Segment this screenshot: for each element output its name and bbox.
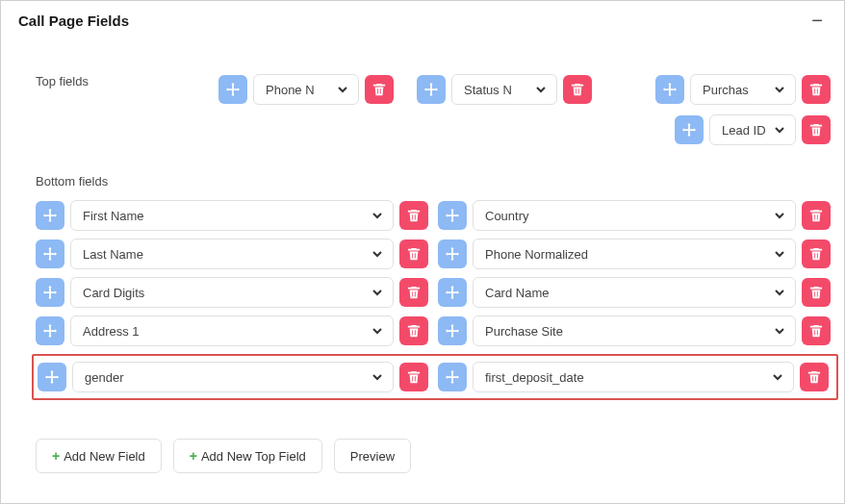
drag-handle-icon[interactable]: [38, 363, 66, 391]
footer-buttons: + Add New Field + Add New Top Field Prev…: [36, 439, 840, 473]
select-value: Status N: [464, 83, 512, 97]
drag-handle-icon[interactable]: [438, 201, 467, 230]
bottom-field-select[interactable]: first_deposit_date: [473, 362, 794, 392]
drag-handle-icon[interactable]: [438, 363, 467, 391]
chevron-down-icon: [370, 285, 385, 300]
drag-handle-icon[interactable]: [218, 75, 247, 104]
chevron-down-icon: [772, 82, 787, 97]
select-value: Purchas: [703, 83, 749, 97]
bottom-field-right: Card Name: [438, 277, 831, 308]
bottom-field-select[interactable]: gender: [72, 362, 394, 392]
preview-button[interactable]: Preview: [334, 439, 411, 473]
delete-button[interactable]: [399, 316, 428, 345]
delete-button[interactable]: [800, 363, 829, 391]
add-new-field-button[interactable]: + Add New Field: [36, 439, 162, 473]
bottom-rows: First NameCountryLast NamePhone Normaliz…: [36, 200, 840, 400]
drag-handle-icon[interactable]: [438, 278, 467, 307]
drag-handle-icon[interactable]: [36, 239, 64, 268]
bottom-field-right: Country: [438, 200, 831, 231]
delete-button[interactable]: [563, 75, 592, 104]
bottom-field-left: Last Name: [36, 239, 428, 269]
top-field-select-1[interactable]: Phone N: [253, 74, 359, 105]
top-field-3: Purchas: [655, 74, 831, 105]
bottom-field-select[interactable]: First Name: [70, 200, 394, 231]
chevron-down-icon: [772, 285, 787, 300]
bottom-field-select[interactable]: Phone Normalized: [473, 239, 796, 269]
select-value: Phone Normalized: [485, 247, 588, 262]
chevron-down-icon: [335, 82, 350, 97]
delete-button[interactable]: [802, 316, 831, 345]
select-value: gender: [85, 370, 123, 385]
top-field-select-2[interactable]: Status N: [451, 74, 557, 105]
button-label: Preview: [350, 449, 395, 464]
bottom-field-right: Purchase Site: [438, 315, 831, 346]
bottom-fields-label: Bottom fields: [36, 174, 840, 189]
chevron-down-icon: [370, 208, 385, 223]
chevron-down-icon: [772, 246, 787, 262]
bottom-fields-section: Bottom fields First NameCountryLast Name…: [36, 174, 840, 400]
top-field-2: Status N: [417, 74, 592, 105]
bottom-field-left: First Name: [36, 200, 428, 231]
drag-handle-icon[interactable]: [36, 278, 64, 307]
plus-icon: +: [52, 448, 60, 464]
drag-handle-icon[interactable]: [655, 75, 684, 104]
bottom-field-select[interactable]: Country: [473, 200, 796, 231]
collapse-icon[interactable]: −: [807, 11, 827, 30]
bottom-field-select[interactable]: Address 1: [70, 315, 394, 346]
top-field-4: Lead ID: [675, 114, 831, 145]
chevron-down-icon: [772, 122, 787, 138]
bottom-field-select[interactable]: Card Digits: [70, 277, 394, 308]
bottom-row: Card DigitsCard Name: [36, 277, 840, 308]
chevron-down-icon: [772, 208, 787, 223]
chevron-down-icon: [772, 323, 787, 339]
bottom-row: Address 1Purchase Site: [36, 315, 840, 346]
bottom-row: First NameCountry: [36, 200, 840, 231]
chevron-down-icon: [770, 369, 785, 385]
bottom-field-left: Card Digits: [36, 277, 428, 308]
drag-handle-icon[interactable]: [438, 239, 467, 268]
drag-handle-icon[interactable]: [36, 316, 64, 345]
delete-button[interactable]: [802, 75, 831, 104]
chevron-down-icon: [533, 82, 549, 97]
plus-icon: +: [190, 448, 197, 464]
button-label: Add New Top Field: [201, 449, 306, 464]
select-value: First Name: [83, 209, 144, 223]
button-label: Add New Field: [64, 449, 145, 464]
chevron-down-icon: [370, 246, 385, 262]
delete-button[interactable]: [399, 363, 428, 391]
delete-button[interactable]: [802, 278, 831, 307]
add-new-top-field-button[interactable]: + Add New Top Field: [173, 439, 322, 473]
top-field-select-3[interactable]: Purchas: [690, 74, 796, 105]
bottom-field-left: gender: [38, 362, 428, 392]
drag-handle-icon[interactable]: [675, 115, 704, 144]
chevron-down-icon: [370, 369, 385, 385]
delete-button[interactable]: [802, 201, 831, 230]
top-field-1: Phone N: [218, 74, 394, 105]
bottom-field-select[interactable]: Card Name: [473, 277, 796, 308]
bottom-field-right: first_deposit_date: [438, 362, 829, 392]
drag-handle-icon[interactable]: [438, 316, 467, 345]
bottom-field-select[interactable]: Purchase Site: [473, 315, 796, 346]
top-fields-area: Phone N Status N: [218, 74, 840, 145]
bottom-row: Last NamePhone Normalized: [36, 239, 840, 269]
bottom-field-select[interactable]: Last Name: [70, 239, 394, 269]
top-field-select-4[interactable]: Lead ID: [709, 114, 796, 145]
bottom-field-left: Address 1: [36, 315, 428, 346]
delete-button[interactable]: [802, 115, 831, 144]
call-page-fields-panel: Call Page Fields − Top fields Phone N: [0, 0, 845, 504]
select-value: Lead ID: [722, 123, 766, 138]
delete-button[interactable]: [365, 75, 394, 104]
delete-button[interactable]: [802, 239, 831, 268]
drag-handle-icon[interactable]: [417, 75, 446, 104]
delete-button[interactable]: [399, 201, 428, 230]
select-value: Country: [485, 209, 529, 223]
select-value: Last Name: [83, 247, 143, 262]
delete-button[interactable]: [399, 278, 428, 307]
delete-button[interactable]: [399, 239, 428, 268]
select-value: Phone N: [266, 83, 315, 97]
bottom-row: genderfirst_deposit_date: [32, 354, 838, 400]
panel-header: Call Page Fields −: [1, 1, 844, 36]
select-value: Purchase Site: [485, 324, 563, 339]
top-fields-label: Top fields: [36, 74, 218, 88]
drag-handle-icon[interactable]: [36, 201, 64, 230]
